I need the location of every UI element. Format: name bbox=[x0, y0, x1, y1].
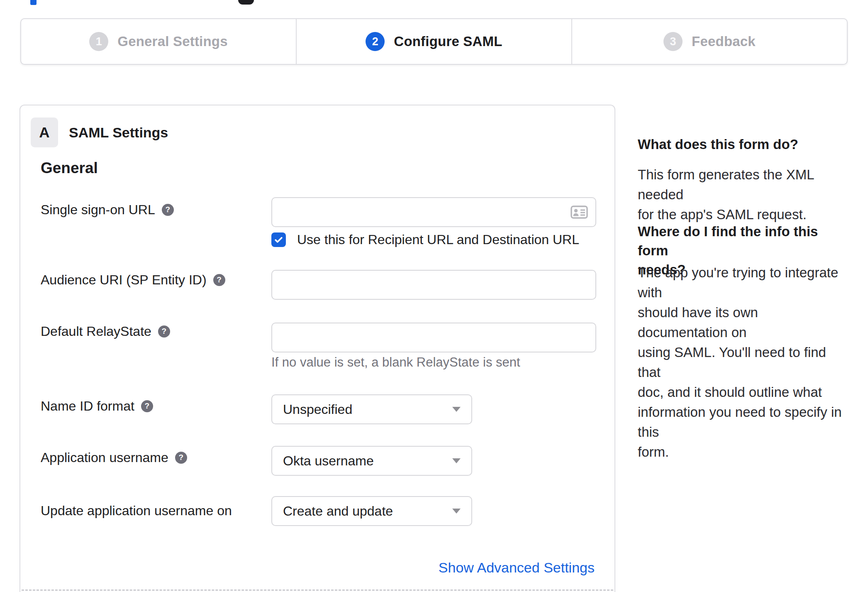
sso-url-input[interactable] bbox=[271, 197, 596, 227]
update-username-select[interactable]: Create and update bbox=[271, 496, 472, 526]
check-icon bbox=[273, 235, 284, 245]
audience-uri-input[interactable] bbox=[271, 270, 596, 300]
step-label: General Settings bbox=[117, 34, 227, 49]
help-question-1: What does this form do? bbox=[638, 137, 798, 152]
help-answer-2: The app you're trying to integrate withs… bbox=[638, 263, 850, 462]
dropdown-caret-icon bbox=[452, 458, 461, 463]
update-username-value: Create and update bbox=[283, 504, 393, 519]
recipient-url-checkbox-label: Use this for Recipient URL and Destinati… bbox=[297, 232, 579, 247]
audience-uri-input-wrap bbox=[271, 270, 596, 300]
relaystate-label-row: Default RelayState bbox=[41, 324, 170, 339]
top-edge-fragment-blue bbox=[30, 0, 37, 5]
relaystate-helper-text: If no value is set, a blank RelayState i… bbox=[271, 355, 520, 370]
step-general-settings[interactable]: 1 General Settings bbox=[21, 19, 296, 64]
name-id-format-label: Name ID format bbox=[41, 399, 134, 414]
step-number-badge: 2 bbox=[366, 32, 385, 51]
help-icon[interactable] bbox=[141, 400, 153, 412]
dropdown-caret-icon bbox=[452, 407, 461, 412]
sso-url-input-wrap bbox=[271, 197, 596, 227]
relaystate-input[interactable] bbox=[271, 323, 596, 352]
audience-uri-label: Audience URI (SP Entity ID) bbox=[41, 272, 207, 288]
help-answer-1: This form generates the XML neededfor th… bbox=[638, 165, 850, 225]
step-configure-saml[interactable]: 2 Configure SAML bbox=[296, 19, 571, 64]
section-title: SAML Settings bbox=[69, 124, 168, 141]
relaystate-input-wrap bbox=[271, 323, 596, 352]
saml-settings-card: A SAML Settings General Single sign-on U… bbox=[20, 105, 615, 592]
show-advanced-settings-link[interactable]: Show Advanced Settings bbox=[439, 560, 595, 576]
application-username-label-row: Application username bbox=[41, 450, 187, 465]
name-id-format-label-row: Name ID format bbox=[41, 399, 153, 413]
general-group-heading: General bbox=[41, 159, 98, 177]
help-icon[interactable] bbox=[213, 274, 225, 286]
contact-card-icon[interactable] bbox=[571, 205, 588, 219]
top-edge-fragment-dark bbox=[238, 0, 254, 5]
step-label: Configure SAML bbox=[394, 34, 502, 49]
audience-uri-label-row: Audience URI (SP Entity ID) bbox=[41, 272, 225, 287]
application-username-value: Okta username bbox=[283, 453, 374, 469]
update-username-label-row: Update application username on bbox=[41, 503, 232, 518]
recipient-url-checkbox-row: Use this for Recipient URL and Destinati… bbox=[271, 232, 579, 247]
help-icon[interactable] bbox=[158, 325, 170, 338]
section-dashed-divider bbox=[22, 590, 613, 591]
application-username-label: Application username bbox=[41, 450, 168, 465]
help-icon[interactable] bbox=[162, 204, 174, 216]
sso-url-label-row: Single sign-on URL bbox=[41, 202, 174, 217]
name-id-format-value: Unspecified bbox=[283, 402, 352, 417]
recipient-url-checkbox[interactable] bbox=[271, 232, 286, 247]
configure-saml-page: { "stepper": { "steps": [ { "number": "1… bbox=[0, 0, 868, 592]
relaystate-label: Default RelayState bbox=[41, 324, 151, 339]
sso-url-label: Single sign-on URL bbox=[41, 202, 155, 218]
help-icon[interactable] bbox=[175, 452, 187, 464]
application-username-select[interactable]: Okta username bbox=[271, 446, 472, 476]
step-number-badge: 1 bbox=[89, 32, 108, 51]
name-id-format-select[interactable]: Unspecified bbox=[271, 394, 472, 424]
update-username-label: Update application username on bbox=[41, 503, 232, 519]
help-panel: What does this form do? This form genera… bbox=[638, 0, 850, 592]
section-badge-a: A bbox=[31, 117, 58, 147]
dropdown-caret-icon bbox=[452, 509, 461, 514]
